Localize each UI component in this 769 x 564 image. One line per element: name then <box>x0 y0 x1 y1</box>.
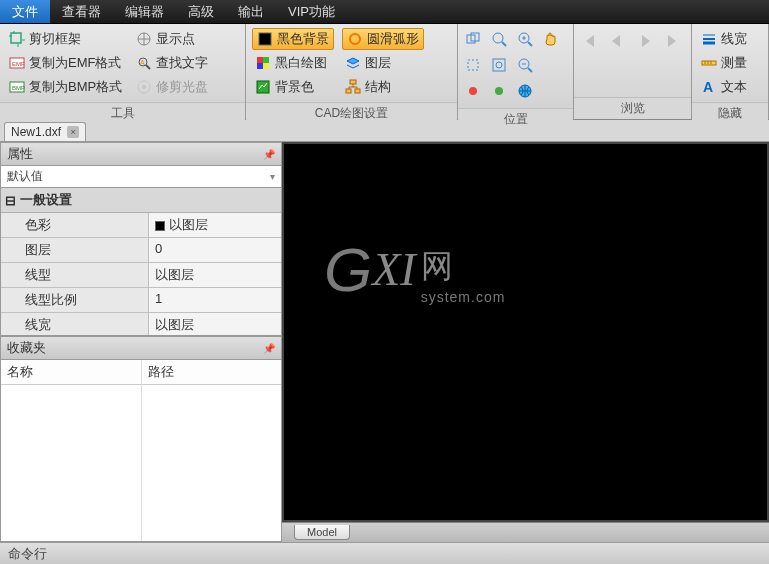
copy-rect-icon[interactable] <box>462 28 484 50</box>
prop-val-lineweight[interactable]: 以图层 <box>149 313 281 336</box>
svg-point-33 <box>496 62 502 68</box>
ribbon-group-browse: 浏览 <box>574 24 692 119</box>
prop-val-linetype[interactable]: 以图层 <box>149 263 281 287</box>
layers-button[interactable]: 图层 <box>342 52 424 74</box>
find-text-button[interactable]: A 查找文字 <box>133 52 211 74</box>
menu-viewer[interactable]: 查看器 <box>50 0 113 23</box>
svg-rect-16 <box>257 63 263 69</box>
menu-advanced[interactable]: 高级 <box>176 0 226 23</box>
ribbon-group-tools-label: 工具 <box>0 102 245 124</box>
copy-emf-button[interactable]: EMF 复制为EMF格式 <box>6 52 125 74</box>
left-panels: 属性 📌 默认值 ▾ ⊟ 一般设置 色彩 以图层 图层 0 线型 以图层 <box>0 142 282 542</box>
svg-line-35 <box>528 68 532 72</box>
bw-icon <box>255 55 271 71</box>
drawing-canvas[interactable]: GXI 网 system.com <box>284 144 767 520</box>
general-section-header[interactable]: ⊟ 一般设置 <box>1 188 281 213</box>
arc-icon <box>347 31 363 47</box>
svg-text:BMP: BMP <box>12 85 25 91</box>
prop-val-ltscale[interactable]: 1 <box>149 288 281 312</box>
svg-rect-18 <box>257 81 269 93</box>
menu-bar: 文件 查看器 编辑器 高级 输出 VIP功能 <box>0 0 769 24</box>
trim-disc-button[interactable]: 修剪光盘 <box>133 76 211 98</box>
pan-hand-icon[interactable] <box>540 28 562 50</box>
rect-sel-icon[interactable] <box>462 54 484 76</box>
measure-icon <box>701 55 717 71</box>
zoom-in-icon[interactable] <box>514 28 536 50</box>
struct-icon <box>345 79 361 95</box>
model-tab[interactable]: Model <box>294 525 350 540</box>
nav-first-icon[interactable] <box>578 30 600 52</box>
prop-row-lineweight[interactable]: 线宽 以图层 <box>1 313 281 336</box>
struct-label: 结构 <box>365 78 391 96</box>
marker-b-icon[interactable] <box>488 80 510 102</box>
marker-a-icon[interactable] <box>462 80 484 102</box>
watermark: GXI 网 system.com <box>324 234 505 305</box>
bg-color-button[interactable]: 背景色 <box>252 76 334 98</box>
document-tab[interactable]: New1.dxf × <box>4 122 86 141</box>
points-icon <box>136 31 152 47</box>
favorites-col-name-header[interactable]: 名称 <box>1 360 141 385</box>
svg-rect-21 <box>346 89 351 93</box>
default-value-dropdown[interactable]: 默认值 ▾ <box>0 166 282 188</box>
show-points-button[interactable]: 显示点 <box>133 28 211 50</box>
zoom-out-icon[interactable] <box>514 54 536 76</box>
pin-icon-2[interactable]: 📌 <box>263 343 275 354</box>
disc-icon <box>136 79 152 95</box>
svg-rect-13 <box>259 33 271 45</box>
smooth-arc-label: 圆滑弧形 <box>367 30 419 48</box>
menu-vip[interactable]: VIP功能 <box>276 0 347 23</box>
layers-icon <box>345 55 361 71</box>
properties-grid: ⊟ 一般设置 色彩 以图层 图层 0 线型 以图层 线型比例 1 线宽 以图层 <box>0 188 282 336</box>
prop-row-layer[interactable]: 图层 0 <box>1 238 281 263</box>
prop-val-layer[interactable]: 0 <box>149 238 281 262</box>
measure-label: 测量 <box>721 54 747 72</box>
struct-button[interactable]: 结构 <box>342 76 424 98</box>
nav-next-icon[interactable] <box>634 30 656 52</box>
menu-file[interactable]: 文件 <box>0 0 50 23</box>
ribbon-group-hide-label: 隐藏 <box>692 102 768 124</box>
favorites-body: 名称 路径 <box>0 360 282 542</box>
prop-val-color[interactable]: 以图层 <box>149 213 281 237</box>
menu-editor[interactable]: 编辑器 <box>113 0 176 23</box>
favorites-panel-header[interactable]: 收藏夹 📌 <box>0 336 282 360</box>
command-line[interactable]: 命令行 <box>0 542 769 564</box>
linewidth-button[interactable]: 线宽 <box>698 28 750 50</box>
nav-prev-icon[interactable] <box>606 30 628 52</box>
prop-row-ltscale[interactable]: 线型比例 1 <box>1 288 281 313</box>
ribbon-group-position: 位置 <box>458 24 574 119</box>
svg-rect-15 <box>263 57 269 63</box>
black-bg-icon <box>257 31 273 47</box>
find-text-icon: A <box>136 55 152 71</box>
chevron-down-icon: ▾ <box>270 171 275 182</box>
black-bg-button[interactable]: 黑色背景 <box>252 28 334 50</box>
svg-rect-31 <box>468 60 478 70</box>
prop-row-color[interactable]: 色彩 以图层 <box>1 213 281 238</box>
menu-output[interactable]: 输出 <box>226 0 276 23</box>
text-button[interactable]: A 文本 <box>698 76 750 98</box>
prop-key-color: 色彩 <box>1 213 149 237</box>
svg-point-38 <box>495 87 503 95</box>
prop-row-linetype[interactable]: 线型 以图层 <box>1 263 281 288</box>
color-swatch <box>155 221 165 231</box>
ribbon-group-tools: 剪切框架 EMF 复制为EMF格式 BMP 复制为BMP格式 显示点 A <box>0 24 246 119</box>
close-tab-icon[interactable]: × <box>67 126 79 138</box>
zoom-lens-icon[interactable] <box>488 28 510 50</box>
smooth-arc-button[interactable]: 圆滑弧形 <box>342 28 424 50</box>
copy-bmp-button[interactable]: BMP 复制为BMP格式 <box>6 76 125 98</box>
empty-slot-2 <box>540 80 562 102</box>
text-a-icon: A <box>701 79 717 95</box>
crop-frame-label: 剪切框架 <box>29 30 81 48</box>
globe-icon[interactable] <box>514 80 536 102</box>
bw-draw-button[interactable]: 黑白绘图 <box>252 52 334 74</box>
zoom-fit-icon[interactable] <box>488 54 510 76</box>
properties-panel-header[interactable]: 属性 📌 <box>0 142 282 166</box>
layers-label: 图层 <box>365 54 391 72</box>
favorites-col-path-header[interactable]: 路径 <box>142 360 282 385</box>
nav-last-icon[interactable] <box>662 30 684 52</box>
ribbon-group-cad-label: CAD绘图设置 <box>246 102 457 124</box>
crop-frame-button[interactable]: 剪切框架 <box>6 28 125 50</box>
measure-button[interactable]: 测量 <box>698 52 750 74</box>
svg-rect-20 <box>350 80 356 84</box>
pin-icon[interactable]: 📌 <box>263 149 275 160</box>
favorites-col-name: 名称 <box>1 360 142 541</box>
